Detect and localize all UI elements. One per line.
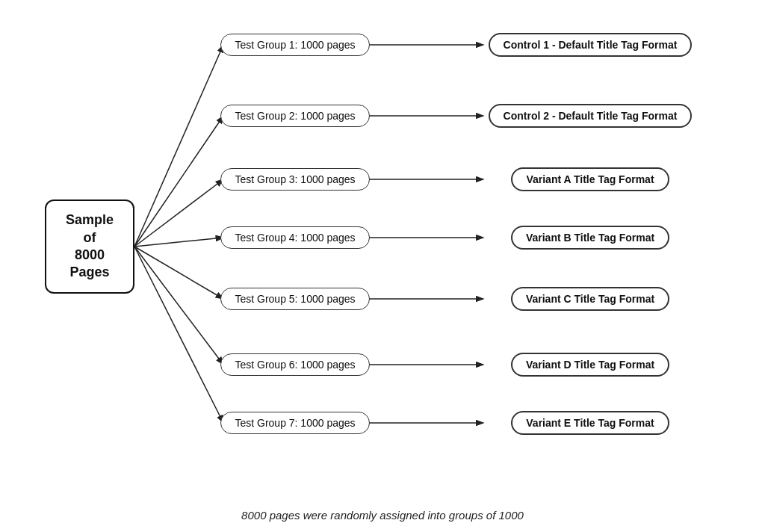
variant-label-4: Variant B Title Tag Format [511,226,669,250]
source-node: Sample of 8000 Pages [45,217,134,276]
variant-node-7: Variant E Title Tag Format [482,409,699,436]
svg-line-2 [134,116,223,247]
variant-node-1: Control 1 - Default Title Tag Format [482,31,699,58]
svg-line-1 [134,45,223,247]
variant-label-2: Control 2 - Default Title Tag Format [489,104,693,128]
group-node-3: Test Group 3: 1000 pages [220,166,370,193]
group-node-4: Test Group 4: 1000 pages [220,224,370,251]
group-label-6: Test Group 6: 1000 pages [220,353,369,376]
group-label-1: Test Group 1: 1000 pages [220,34,369,56]
variant-label-6: Variant D Title Tag Format [511,353,669,377]
group-label-5: Test Group 5: 1000 pages [220,288,369,310]
group-label-3: Test Group 3: 1000 pages [220,168,369,191]
group-node-7: Test Group 7: 1000 pages [220,409,370,436]
group-node-5: Test Group 5: 1000 pages [220,285,370,312]
group-node-2: Test Group 2: 1000 pages [220,102,370,129]
svg-line-4 [134,238,223,247]
source-label-line1: Sample of [66,212,114,244]
variant-node-5: Variant C Title Tag Format [482,285,699,312]
variant-node-2: Control 2 - Default Title Tag Format [482,102,699,129]
variant-label-7: Variant E Title Tag Format [511,411,669,435]
source-label-line2: 8000 Pages [69,247,109,279]
variant-node-4: Variant B Title Tag Format [482,224,699,251]
group-label-4: Test Group 4: 1000 pages [220,226,369,249]
variant-label-3: Variant A Title Tag Format [511,167,669,191]
group-label-7: Test Group 7: 1000 pages [220,412,369,434]
diagram-container: Sample of 8000 Pages Test Group 1: 1000 … [0,0,765,508]
group-node-6: Test Group 6: 1000 pages [220,351,370,378]
group-label-2: Test Group 2: 1000 pages [220,105,369,127]
svg-line-3 [134,179,223,247]
svg-line-5 [134,247,223,299]
variant-node-3: Variant A Title Tag Format [482,166,699,193]
caption: 8000 pages were randomly assigned into g… [0,509,765,522]
svg-line-6 [134,247,223,365]
variant-label-5: Variant C Title Tag Format [511,287,669,311]
group-node-1: Test Group 1: 1000 pages [220,31,370,58]
source-label: Sample of 8000 Pages [45,200,134,294]
variant-node-6: Variant D Title Tag Format [482,351,699,378]
variant-label-1: Control 1 - Default Title Tag Format [489,33,693,57]
svg-line-7 [134,247,223,423]
